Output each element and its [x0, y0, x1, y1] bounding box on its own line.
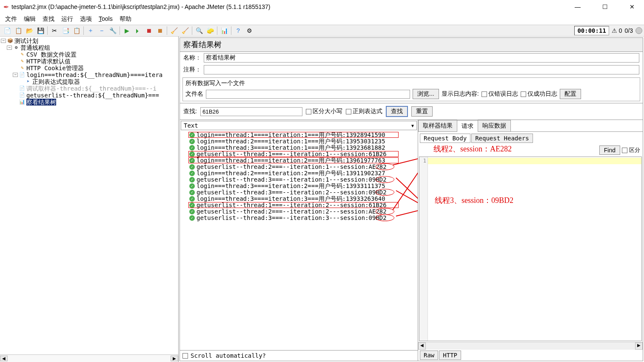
result-row[interactable]: ✓login===thread:3====iteration:2===用户号码:… [182, 183, 416, 189]
browse-button[interactable]: 浏览... [413, 89, 439, 99]
subtab-request-headers[interactable]: Request Headers [471, 134, 533, 143]
scroll-left-icon[interactable]: ◀ [418, 342, 426, 350]
result-row[interactable]: ✓getuserlist--thread:3===--iteration:3--… [182, 215, 416, 221]
maximize-button[interactable]: ☐ [596, 3, 613, 10]
remove-icon[interactable]: − [97, 26, 107, 35]
shutdown-icon[interactable]: ⏹ [155, 26, 165, 35]
tree-getuserlist[interactable]: getuserlist--thread:${__threadNum}=== [26, 92, 159, 99]
result-row[interactable]: ✓getuserlist--thread:1===--iteration:1--… [182, 151, 416, 157]
menu-edit[interactable]: 编辑 [21, 14, 38, 24]
clear-all-icon[interactable]: 🧹 [180, 26, 190, 35]
start-icon[interactable]: ▶ [122, 26, 132, 35]
result-row[interactable]: ✓login===thread:3====iteration:3===用户号码:… [182, 196, 416, 202]
result-row[interactable]: ✓getuserlist--thread:2===--iteration:1--… [182, 164, 416, 170]
request-panel: 取样器结果 请求 响应数据 Request Body Request Heade… [418, 120, 643, 361]
error-only-checkbox[interactable]: 仅错误日志 [482, 90, 518, 98]
minimize-button[interactable]: — [569, 3, 586, 10]
new-icon[interactable]: 📄 [2, 26, 12, 35]
tab-request[interactable]: 请求 [457, 120, 478, 132]
tree-threadgroup[interactable]: 普通线程组 [20, 44, 50, 51]
body-hscrollbar[interactable]: ◀ ▶ [418, 342, 643, 350]
tree-viewtree[interactable]: 察看结果树 [26, 99, 56, 105]
close-button[interactable]: ✕ [624, 3, 641, 10]
collapse-icon[interactable]: − [7, 46, 12, 50]
scroll-right-icon[interactable]: ▶ [171, 356, 178, 361]
templates-icon[interactable]: 📋 [13, 26, 23, 35]
tree-testplan[interactable]: 测试计划 [14, 37, 38, 44]
tab-raw[interactable]: Raw [420, 351, 438, 360]
filename-field[interactable] [206, 90, 410, 99]
collapse-icon[interactable]: − [13, 73, 18, 77]
search-input[interactable] [200, 107, 302, 116]
tree-csv[interactable]: CSV 数据文件设置 [26, 51, 77, 58]
menu-tools[interactable]: Tools [96, 14, 115, 24]
reset-button[interactable]: 重置 [411, 106, 433, 117]
menu-options[interactable]: 选项 [77, 14, 94, 24]
scroll-auto-label: Scroll automatically? [191, 352, 266, 359]
menu-run[interactable]: 运行 [59, 14, 76, 24]
stop-icon[interactable]: ⏹ [144, 26, 154, 35]
clear-icon[interactable]: 🧹 [169, 26, 179, 35]
tree-login[interactable]: login===thread:${__threadNum}====itera [26, 71, 162, 78]
test-plan-tree[interactable]: −📦测试计划 −⚙普通线程组 ✎CSV 数据文件设置 ✎HTTP请求默认值 ✎H… [0, 37, 178, 354]
tree-cookie[interactable]: HTTP Cookie管理器 [26, 65, 84, 71]
scroll-left-icon[interactable]: ◀ [0, 356, 8, 361]
search-icon[interactable]: 🔍 [194, 26, 204, 35]
find-checkbox[interactable] [622, 148, 627, 153]
tab-response[interactable]: 响应数据 [478, 120, 511, 131]
result-row[interactable]: ✓getuserlist--thread:2===--iteration:2--… [182, 208, 416, 215]
renderer-dropdown[interactable]: Text▼ [181, 121, 417, 130]
request-body-area[interactable]: 1 线程3、session：09BD2 [419, 157, 642, 341]
scroll-auto-checkbox[interactable] [182, 353, 188, 359]
tree-httpdefaults[interactable]: HTTP请求默认值 [26, 58, 71, 65]
menu-help[interactable]: 帮助 [117, 14, 134, 24]
comment-field[interactable] [204, 65, 639, 74]
result-row[interactable]: ✓getuserlist--thread:1===--iteration:2--… [182, 202, 416, 208]
success-only-checkbox[interactable]: 仅成功日志 [521, 90, 557, 98]
start-notimers-icon[interactable]: ⏵ [133, 26, 143, 35]
help-icon[interactable]: ? [233, 26, 243, 35]
subtab-request-body[interactable]: Request Body [420, 134, 470, 143]
tree-hscrollbar[interactable]: ◀ ▶ [0, 354, 178, 362]
jmeter-feather-icon: ✒ [3, 3, 9, 11]
result-row[interactable]: ✓login===thread:1====iteration:2===用户号码:… [182, 157, 416, 164]
name-field[interactable] [204, 53, 639, 63]
tree-regex[interactable]: 正则表达式提取器 [32, 78, 80, 85]
toolbar: 📄 📋 📂 💾 ✂ 📑 📋 ＋ − 🔧 ▶ ⏵ ⏹ ⏹ 🧹 🧹 🔍 🧽 📊 ? … [0, 25, 644, 37]
elapsed-timer: 00:00:11 [574, 26, 609, 35]
find-in-body-button[interactable]: Find [599, 145, 620, 155]
result-row[interactable]: ✓login===thread:2====iteration:2===用户号码:… [182, 170, 416, 177]
function-helper-icon[interactable]: 📊 [219, 26, 229, 35]
tree-debug[interactable]: 调试取样器-thread:${__threadNum}===--i [26, 85, 157, 92]
menu-file[interactable]: 文件 [3, 14, 20, 24]
result-row[interactable]: ✓getuserlist--thread:3===--iteration:2--… [182, 189, 416, 196]
result-label: login===thread:3====iteration:3===用户号码:1… [197, 196, 385, 202]
title-bar: ✒ testplan2.jmx (D:\apache-jmeter-5.1.1\… [0, 0, 644, 14]
regex-checkbox[interactable]: 正则表达式 [346, 108, 382, 115]
collapse-icon[interactable]: − [1, 39, 6, 43]
menu-search[interactable]: 查找 [40, 14, 57, 24]
scroll-right-icon[interactable]: ▶ [635, 342, 643, 350]
copy-icon[interactable]: 📑 [60, 26, 71, 35]
tab-sampler-result[interactable]: 取样器结果 [418, 120, 457, 131]
result-row[interactable]: ✓login===thread:3====iteration:1===用户号码:… [182, 145, 416, 151]
case-sensitive-checkbox[interactable]: 区分大小写 [306, 108, 342, 115]
save-icon[interactable]: 💾 [35, 26, 46, 35]
tab-http[interactable]: HTTP [439, 351, 461, 360]
reset-search-icon[interactable]: 🧽 [205, 26, 215, 35]
cut-icon[interactable]: ✂ [49, 26, 60, 35]
add-icon[interactable]: ＋ [85, 26, 96, 35]
whats-this-icon[interactable]: ⚙ [244, 26, 254, 35]
find-button[interactable]: 查找 [386, 106, 408, 117]
configure-button[interactable]: 配置 [560, 89, 581, 99]
result-row[interactable]: ✓login===thread:2====iteration:1===用户号码:… [182, 138, 416, 145]
results-list[interactable]: ✓login===thread:1====iteration:1===用户号码:… [180, 131, 418, 350]
paste-icon[interactable]: 📋 [71, 26, 82, 35]
wrench-icon[interactable]: 🔧 [108, 26, 118, 35]
search-bar: 查找: 区分大小写 正则表达式 查找 重置 [180, 103, 643, 120]
open-icon[interactable]: 📂 [24, 26, 34, 35]
listener-icon: 📊 [19, 99, 26, 105]
result-row[interactable]: ✓getuserlist--thread:3===--iteration:1--… [182, 177, 416, 183]
result-label: getuserlist--thread:2===--iteration:1---… [197, 164, 387, 170]
result-row[interactable]: ✓login===thread:1====iteration:1===用户号码:… [182, 132, 416, 138]
